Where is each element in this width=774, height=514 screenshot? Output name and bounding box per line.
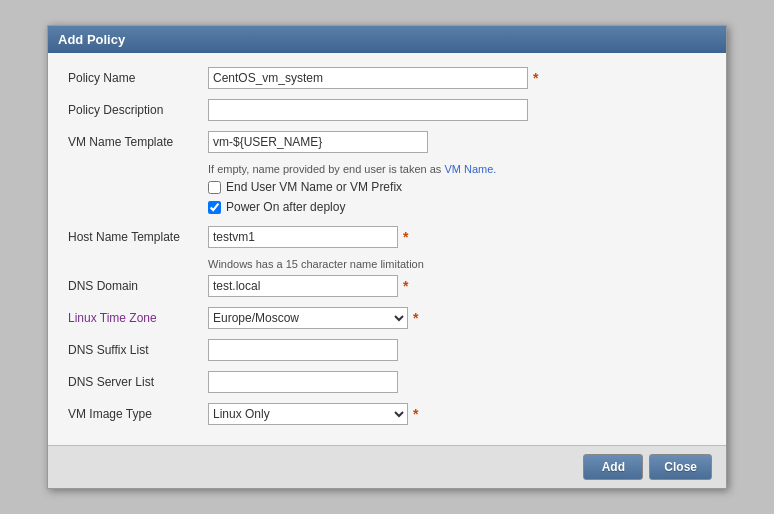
- close-button[interactable]: Close: [649, 454, 712, 480]
- vm-name-template-wrap: [208, 131, 706, 153]
- dns-server-wrap: [208, 371, 706, 393]
- host-name-required: *: [403, 229, 408, 245]
- dns-domain-row: DNS Domain *: [68, 275, 706, 299]
- dns-server-input[interactable]: [208, 371, 398, 393]
- dialog-title: Add Policy: [48, 26, 726, 53]
- host-name-template-label: Host Name Template: [68, 226, 208, 244]
- dialog-title-text: Add Policy: [58, 32, 125, 47]
- dns-server-label: DNS Server List: [68, 371, 208, 389]
- vm-name-link: VM Name.: [444, 163, 496, 175]
- vm-name-hint: If empty, name provided by end user is t…: [208, 163, 706, 175]
- vm-image-type-row: VM Image Type Linux Only Windows Only Al…: [68, 403, 706, 427]
- dns-domain-wrap: *: [208, 275, 706, 297]
- policy-name-label: Policy Name: [68, 67, 208, 85]
- dns-suffix-label: DNS Suffix List: [68, 339, 208, 357]
- dns-domain-label: DNS Domain: [68, 275, 208, 293]
- vm-name-template-label: VM Name Template: [68, 131, 208, 149]
- end-user-vm-checkbox-row: End User VM Name or VM Prefix: [208, 180, 706, 194]
- add-policy-dialog: Add Policy Policy Name * Policy Descript…: [47, 25, 727, 489]
- linux-time-zone-select[interactable]: Europe/Moscow UTC America/New_York Ameri…: [208, 307, 408, 329]
- dialog-body: Policy Name * Policy Description VM Name…: [48, 53, 726, 445]
- linux-time-zone-required: *: [413, 310, 418, 326]
- dns-suffix-wrap: [208, 339, 706, 361]
- vm-name-template-row: VM Name Template: [68, 131, 706, 155]
- policy-name-input[interactable]: [208, 67, 528, 89]
- dns-domain-required: *: [403, 278, 408, 294]
- vm-image-type-required: *: [413, 406, 418, 422]
- dns-suffix-input[interactable]: [208, 339, 398, 361]
- policy-name-row: Policy Name *: [68, 67, 706, 91]
- policy-description-input[interactable]: [208, 99, 528, 121]
- host-name-template-wrap: *: [208, 226, 706, 248]
- host-name-template-input[interactable]: [208, 226, 398, 248]
- power-on-checkbox-row: Power On after deploy: [208, 200, 706, 214]
- dialog-footer: Add Close: [48, 445, 726, 488]
- power-on-checkbox[interactable]: [208, 201, 221, 214]
- policy-name-wrap: *: [208, 67, 706, 89]
- linux-time-zone-wrap: Europe/Moscow UTC America/New_York Ameri…: [208, 307, 706, 329]
- policy-description-wrap: [208, 99, 706, 121]
- dns-suffix-row: DNS Suffix List: [68, 339, 706, 363]
- policy-description-label: Policy Description: [68, 99, 208, 117]
- host-name-template-row: Host Name Template *: [68, 226, 706, 250]
- vm-image-type-label: VM Image Type: [68, 403, 208, 421]
- policy-description-row: Policy Description: [68, 99, 706, 123]
- dns-domain-input[interactable]: [208, 275, 398, 297]
- dns-server-row: DNS Server List: [68, 371, 706, 395]
- vm-image-type-wrap: Linux Only Windows Only All *: [208, 403, 706, 425]
- host-name-hint: Windows has a 15 character name limitati…: [208, 258, 706, 270]
- linux-time-zone-label: Linux Time Zone: [68, 307, 208, 325]
- end-user-vm-checkbox[interactable]: [208, 181, 221, 194]
- linux-time-zone-row: Linux Time Zone Europe/Moscow UTC Americ…: [68, 307, 706, 331]
- vm-name-template-input[interactable]: [208, 131, 428, 153]
- policy-name-required: *: [533, 70, 538, 86]
- power-on-label: Power On after deploy: [226, 200, 345, 214]
- vm-image-type-select[interactable]: Linux Only Windows Only All: [208, 403, 408, 425]
- add-button[interactable]: Add: [583, 454, 643, 480]
- end-user-vm-label: End User VM Name or VM Prefix: [226, 180, 402, 194]
- vm-name-hint-text: If empty, name provided by end user is t…: [208, 163, 444, 175]
